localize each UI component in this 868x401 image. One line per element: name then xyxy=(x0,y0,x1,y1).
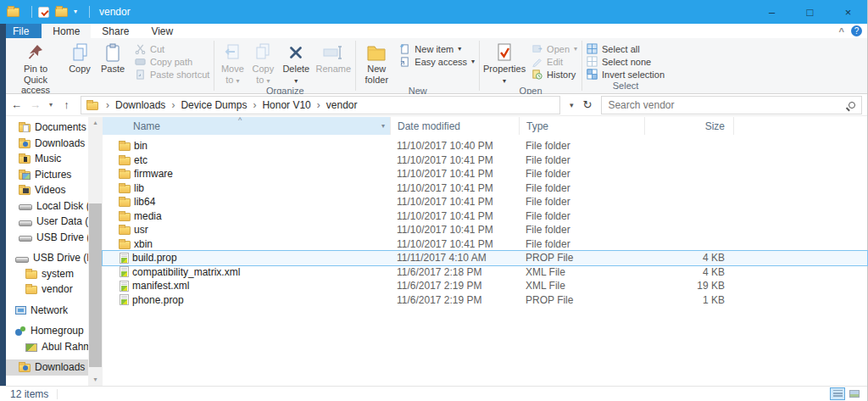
details-view-icon xyxy=(833,390,843,398)
tab-view[interactable]: View xyxy=(140,24,184,38)
column-header-date-modified[interactable]: Date modified xyxy=(390,117,519,135)
column-header-name[interactable]: ^ Name ▾ xyxy=(103,117,390,135)
help-icon[interactable]: ? xyxy=(851,25,862,36)
breadcrumb-item[interactable]: Honor V10 xyxy=(262,99,310,111)
sidebar-item[interactable]: Music xyxy=(6,151,88,167)
open-button[interactable]: Open ▾ xyxy=(531,43,577,54)
sidebar-item[interactable]: Local Disk (C:) xyxy=(6,198,88,214)
file-row[interactable]: manifest.xml 11/6/2017 2:19 PM XML File … xyxy=(103,279,867,293)
titlebar-separator xyxy=(31,6,32,18)
refresh-icon[interactable]: ↻ xyxy=(580,98,596,111)
file-rows: bin 11/10/2017 10:40 PM File folder etc … xyxy=(103,135,867,307)
breadcrumb-item[interactable]: Downloads xyxy=(115,99,165,111)
details-view-button[interactable] xyxy=(830,387,845,400)
invert-selection-button[interactable]: Invert selection xyxy=(587,69,665,80)
sidebar-item-label: Pictures xyxy=(35,169,71,181)
file-row[interactable]: lib 11/10/2017 10:41 PM File folder xyxy=(103,181,867,196)
file-row[interactable]: usr 11/10/2017 10:41 PM File folder xyxy=(103,223,867,237)
sidebar-item[interactable]: Homegroup xyxy=(6,323,88,339)
file-type: File folder xyxy=(519,238,644,250)
scrollbar-thumb[interactable] xyxy=(89,203,102,367)
forward-button[interactable]: → xyxy=(27,98,43,111)
column-header-size[interactable]: Size xyxy=(644,117,733,135)
sidebar-item[interactable]: Pictures xyxy=(6,167,88,183)
sidebar-item[interactable]: Network xyxy=(6,303,88,319)
thumbnails-view-icon xyxy=(849,390,860,398)
search-input[interactable] xyxy=(608,99,849,111)
sidebar-item[interactable]: Documents xyxy=(6,120,88,136)
scissors-icon xyxy=(135,43,146,54)
file-row[interactable]: firmware 11/10/2017 10:41 PM File folder xyxy=(103,167,867,181)
pin-to-quick-access-button[interactable]: Pin to Quick access xyxy=(8,39,64,96)
sidebar-item[interactable]: Abul Rahman xyxy=(6,339,88,355)
file-row[interactable]: build.prop 11/11/2017 4:10 AM PROP File … xyxy=(103,251,867,265)
file-row[interactable]: media 11/10/2017 10:41 PM File folder xyxy=(103,209,867,224)
file-row[interactable]: phone.prop 11/6/2017 2:19 PM PROP File 1… xyxy=(103,293,867,308)
collapse-ribbon-icon[interactable]: ^ xyxy=(839,26,844,36)
breadcrumb-separator-icon: › xyxy=(100,99,115,111)
scroll-down-icon[interactable]: ▾ xyxy=(88,374,103,386)
sidebar-item[interactable]: USB Drive (H:) xyxy=(6,230,88,246)
ribbon-group-organize: Move to ▾ Copy to ▾ Delete ▾ xyxy=(214,38,355,93)
file-name: media xyxy=(134,210,162,222)
close-button[interactable]: × xyxy=(829,0,867,24)
breadcrumb-item[interactable]: vendor xyxy=(326,99,358,111)
file-row[interactable]: xbin 11/10/2017 10:41 PM File folder xyxy=(103,237,867,252)
scroll-up-icon[interactable]: ▴ xyxy=(88,117,103,129)
maximize-button[interactable]: □ xyxy=(791,0,829,24)
file-row[interactable]: lib64 11/10/2017 10:41 PM File folder xyxy=(103,195,867,209)
paste-shortcut-button[interactable]: Paste shortcut xyxy=(135,69,209,80)
sidebar-item-label: USB Drive (H:) xyxy=(36,231,88,243)
qat-new-folder-button[interactable] xyxy=(55,8,68,17)
copy-button[interactable]: Copy xyxy=(64,39,96,75)
sidebar-item[interactable]: Downloads xyxy=(6,136,88,152)
sidebar-item[interactable]: Downloads xyxy=(6,359,88,376)
file-row[interactable]: bin 11/10/2017 10:40 PM File folder xyxy=(103,139,867,153)
back-button[interactable]: ← xyxy=(8,98,25,111)
minimize-button[interactable]: – xyxy=(753,0,791,24)
tab-share[interactable]: Share xyxy=(91,24,140,38)
sidebar-item[interactable]: Videos xyxy=(6,182,88,198)
file-date-modified: 11/11/2017 4:10 AM xyxy=(390,252,519,264)
address-dropdown-icon[interactable]: ▾ xyxy=(563,101,577,109)
sidebar-item[interactable]: User Data (D:) xyxy=(6,214,88,230)
move-to-button[interactable]: Move to ▾ xyxy=(217,39,248,85)
sidebar-item[interactable]: USB Drive (H:) xyxy=(6,250,88,266)
new-item-button[interactable]: New item ▾ xyxy=(399,43,475,54)
select-none-button[interactable]: Select none xyxy=(587,56,665,67)
tab-home[interactable]: Home xyxy=(42,24,91,38)
breadcrumb-item[interactable]: Device Dumps xyxy=(181,99,247,111)
column-header-type[interactable]: Type xyxy=(519,117,644,135)
breadcrumb[interactable]: › Downloads › Device Dumps › Honor V10 ›… xyxy=(81,96,560,114)
select-all-button[interactable]: Select all xyxy=(587,43,665,54)
copy-to-button[interactable]: Copy to ▾ xyxy=(248,39,278,85)
edit-button[interactable]: Edit xyxy=(531,56,577,67)
file-row[interactable]: etc 11/10/2017 10:41 PM File folder xyxy=(103,153,867,168)
tab-file[interactable]: File xyxy=(0,24,42,38)
file-icon xyxy=(120,294,129,305)
delete-button[interactable]: Delete ▾ xyxy=(278,39,314,85)
search-icon[interactable] xyxy=(849,102,855,109)
up-button[interactable]: ↑ xyxy=(58,98,75,111)
file-type: File folder xyxy=(519,154,644,166)
qat-customize-button[interactable]: ▾ xyxy=(74,8,77,15)
file-name: bin xyxy=(134,140,147,152)
sidebar-item[interactable]: system xyxy=(6,266,88,282)
qat-properties-button[interactable] xyxy=(38,7,49,18)
filter-dropdown-icon[interactable]: ▾ xyxy=(381,122,385,130)
file-row[interactable]: compatibility_matrix.xml 11/6/2017 2:18 … xyxy=(103,265,867,280)
copy-path-button[interactable]: Copy path xyxy=(135,56,209,67)
history-button[interactable]: History xyxy=(531,69,577,80)
properties-button[interactable]: Properties ▾ xyxy=(482,39,526,85)
paste-button[interactable]: Paste xyxy=(96,39,130,75)
sidebar-item-label: User Data (D:) xyxy=(36,215,88,227)
sidebar-item[interactable]: vendor xyxy=(6,281,88,298)
thumbnails-view-button[interactable] xyxy=(847,387,862,400)
new-folder-button[interactable]: New folder xyxy=(359,39,394,85)
ribbon-tabs: File Home Share View ^ ? xyxy=(0,24,867,38)
easy-access-button[interactable]: Easy access ▾ xyxy=(399,56,475,67)
recent-locations-icon[interactable]: ▾ xyxy=(46,101,56,109)
cut-button[interactable]: Cut xyxy=(135,43,209,54)
rename-button[interactable]: Rename xyxy=(314,39,353,75)
sidebar-scrollbar[interactable]: ▴ ▾ xyxy=(88,117,103,386)
